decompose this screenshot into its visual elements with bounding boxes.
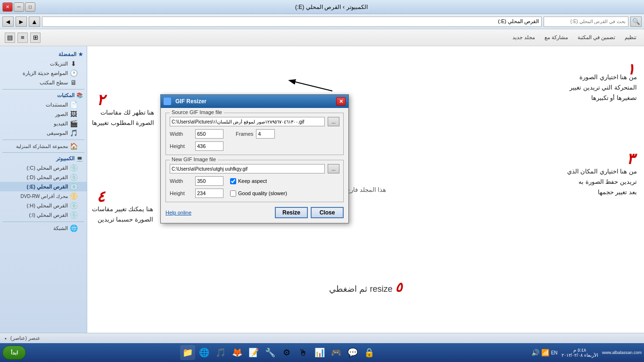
annotation-3-num: ٣: [627, 150, 635, 168]
svg-line-0: [290, 81, 332, 91]
drive-d-icon: 💿: [70, 173, 77, 181]
videos-icon: 🎬: [70, 120, 77, 127]
source-browse-btn[interactable]: ...: [328, 117, 339, 126]
computer-icon: 💻: [76, 156, 83, 162]
up-btn[interactable]: ▲: [29, 16, 40, 27]
address-input[interactable]: [42, 16, 542, 27]
taskbar-clock[interactable]: ٥:٤٨ م الأربعاء ٢٠١٢/٠٢/٠٨: [561, 347, 598, 358]
sidebar-item-drive-c[interactable]: 💿 القرص المحلي (C:): [0, 163, 87, 173]
new-dims-row: Width Keep aspect: [170, 176, 339, 186]
tray-lang[interactable]: EN: [551, 350, 558, 355]
keep-aspect-checkbox[interactable]: Keep aspect: [230, 178, 267, 184]
sidebar-item-recent[interactable]: 🕐 المواضع حديثة الزيارة: [0, 68, 87, 78]
view-details-btn[interactable]: ▤: [5, 33, 15, 43]
help-online-link[interactable]: Help online: [165, 210, 191, 215]
taskbar-icon-app2[interactable]: ⚙: [279, 345, 294, 360]
breadcrumb-drive[interactable]: القرص المحلي (E:): [295, 4, 341, 10]
source-height-input[interactable]: [195, 141, 223, 151]
taskbar: ابدأ 📁 🌐 🎵 🦊 📝 🔧 ⚙ 🖱 📊 🎮 💬 🔒 🔊 📶 EN ٥:٤٨…: [0, 343, 644, 362]
sidebar: ★ المفضلة ⬇ التنزيلات 🕐 المواضع حديثة ال…: [0, 46, 87, 333]
window-maximize-btn[interactable]: □: [25, 2, 35, 12]
sidebar-item-homegroup[interactable]: 🏠 مجموعة المشاركة المنزلية: [0, 141, 87, 151]
start-button[interactable]: ابدأ: [2, 346, 26, 360]
window-close-btn[interactable]: ✕: [2, 2, 13, 12]
drive-c-icon: 💿: [70, 164, 77, 172]
forward-btn[interactable]: ►: [16, 16, 27, 27]
taskbar-icon-app6[interactable]: 💬: [345, 345, 360, 360]
annotation-5: ثم اضغطي resize ٥: [329, 280, 402, 295]
back-btn[interactable]: ◄: [2, 16, 14, 27]
view-list-btn[interactable]: ≡: [17, 33, 28, 43]
keep-aspect-check[interactable]: [230, 178, 236, 184]
good-quality-label: Good quality (slower): [238, 190, 287, 196]
sidebar-favorites-section: ★ المفضلة ⬇ التنزيلات 🕐 المواضع حديثة ال…: [0, 50, 87, 87]
view-icons-btn[interactable]: ⊞: [30, 33, 41, 43]
new-path-input[interactable]: [170, 164, 325, 173]
good-quality-check[interactable]: [230, 190, 236, 197]
star-icon: ★: [78, 51, 83, 58]
taskbar-icon-explorer[interactable]: 📁: [180, 345, 195, 360]
sidebar-item-videos[interactable]: 🎬 الفيديو: [0, 119, 87, 128]
new-browse-btn[interactable]: ...: [328, 164, 339, 173]
sidebar-item-drive-e[interactable]: 💿 القرص المحلي (E:): [0, 182, 87, 191]
source-width-input[interactable]: [195, 129, 223, 139]
taskbar-icon-ie[interactable]: 🌐: [197, 345, 212, 360]
tray-volume-icon[interactable]: 🔊: [531, 349, 539, 356]
resize-btn[interactable]: Resize: [275, 207, 308, 218]
taskbar-icon-app5[interactable]: 🎮: [329, 345, 344, 360]
good-quality-checkbox[interactable]: Good quality (slower): [230, 190, 287, 197]
taskbar-icon-word[interactable]: 📝: [246, 345, 261, 360]
sidebar-item-documents[interactable]: 📄 المستندات: [0, 100, 87, 109]
taskbar-icon-app7[interactable]: 🔒: [362, 345, 377, 360]
sidebar-favorites-header[interactable]: ★ المفضلة: [0, 50, 87, 59]
new-width-input[interactable]: [195, 176, 223, 186]
toolbar-new-folder[interactable]: مجلد جديد: [510, 33, 538, 41]
sidebar-item-drive-h[interactable]: 💿 القرص المحلي (H:): [0, 201, 87, 210]
status-bar: عنصر (عناصر) •: [0, 333, 644, 343]
sidebar-item-desktop[interactable]: 🖥 سطح المكتب: [0, 78, 87, 87]
sidebar-item-drive-i[interactable]: 💿 القرص المحلي (I:): [0, 210, 87, 220]
recent-icon: 🕐: [70, 69, 77, 77]
taskbar-icon-firefox[interactable]: 🦊: [230, 345, 245, 360]
taskbar-left: ابدأ: [2, 346, 26, 360]
sidebar-item-downloads[interactable]: ⬇ التنزيلات: [0, 59, 87, 68]
taskbar-date: الأربعاء ٢٠١٢/٠٢/٠٨: [561, 353, 598, 358]
taskbar-icon-app4[interactable]: 📊: [312, 345, 327, 360]
new-height-input[interactable]: [195, 189, 223, 198]
sidebar-item-music[interactable]: 🎵 الموسيقى: [0, 128, 87, 138]
pictures-icon: 🖼: [70, 110, 77, 118]
dialog-app-icon: [164, 98, 171, 105]
breadcrumb-arrow: ›: [343, 4, 345, 10]
dvd-icon: 📀: [70, 192, 77, 200]
window-minimize-btn[interactable]: ─: [14, 2, 24, 12]
toolbar-share[interactable]: مشاركة مع: [542, 33, 571, 41]
toolbar-organize[interactable]: تنظيم: [622, 33, 639, 41]
source-path-input[interactable]: [170, 117, 325, 126]
taskbar-icon-media[interactable]: 🎵: [213, 345, 228, 360]
close-dialog-btn[interactable]: Close: [311, 207, 344, 218]
dialog-close-btn[interactable]: ✕: [336, 97, 346, 106]
sidebar-item-drive-d[interactable]: 💿 القرص المحلي (D:): [0, 173, 87, 182]
tray-network-icon[interactable]: 📶: [541, 349, 549, 356]
new-height-row: Height Good quality (slower): [170, 189, 339, 198]
sidebar-item-dvd[interactable]: 📀 محرك أقراص DVD-RW: [0, 191, 87, 201]
title-bar-left: ✕ ─ □: [2, 2, 35, 12]
sidebar-item-network[interactable]: 🌐 الشبكة: [0, 223, 87, 233]
new-gif-group: New GIF Image file ... Width Keep aspect…: [165, 160, 344, 202]
frames-input[interactable]: [256, 129, 275, 139]
search-input[interactable]: [544, 16, 628, 27]
drive-i-icon: 💿: [70, 211, 77, 219]
breadcrumb-computer[interactable]: الكمبيوتر: [347, 4, 368, 10]
sidebar-computer-header[interactable]: 💻 الكمبيوتر: [0, 154, 87, 163]
sidebar-item-pictures[interactable]: 🖼 الصور: [0, 109, 87, 119]
taskbar-icon-app1[interactable]: 🔧: [263, 345, 278, 360]
taskbar-icon-app3[interactable]: 🖱: [296, 345, 311, 360]
height-label: Height: [170, 143, 192, 149]
dialog-title-left: GIF Resizer: [164, 98, 206, 105]
source-dims-row: Width Frames: [170, 129, 339, 139]
dialog-buttons-row: Help online Resize Close: [165, 207, 344, 218]
toolbar-library[interactable]: تضمين في المكتبة: [575, 33, 618, 41]
sidebar-libraries-header[interactable]: 📚 المكتبات: [0, 91, 87, 100]
search-btn[interactable]: 🔍: [630, 16, 642, 27]
window-controls: ✕ ─ □: [2, 2, 35, 12]
